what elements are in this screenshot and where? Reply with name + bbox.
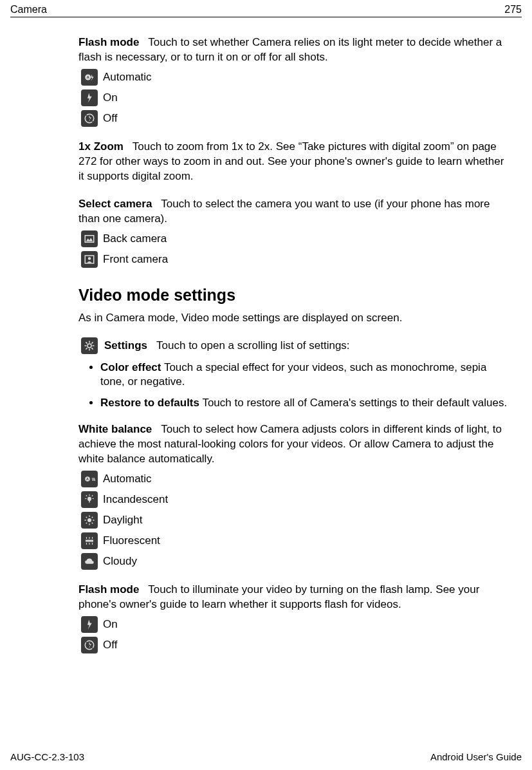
option-row: Off — [81, 637, 509, 653]
wb-daylight-label: Daylight — [103, 514, 142, 527]
back-camera-icon — [81, 230, 98, 247]
settings-desc: Touch to open a scrolling list of settin… — [156, 339, 350, 352]
option-row: Front camera — [81, 251, 509, 268]
header-chapter: Camera — [10, 4, 47, 15]
option-row: Fluorescent — [81, 532, 509, 549]
wb-daylight-icon — [81, 512, 98, 529]
front-camera-label: Front camera — [103, 253, 168, 266]
svg-text:A: A — [86, 477, 89, 481]
svg-line-13 — [91, 348, 93, 349]
footer-doc-id: AUG-CC-2.3-103 — [10, 751, 84, 762]
settings-label: Settings — [104, 339, 147, 352]
select-camera-term: Select camera — [78, 198, 152, 210]
option-row: On — [81, 89, 509, 106]
option-row: On — [81, 616, 509, 633]
flash-mode-video-section: Flash mode Touch to illuminate your vide… — [78, 583, 509, 653]
header-page-number: 275 — [504, 4, 522, 15]
svg-line-14 — [86, 348, 87, 349]
flash-mode-video-desc: Touch to illuminate your video by turnin… — [78, 583, 479, 610]
svg-line-30 — [92, 523, 93, 524]
svg-line-22 — [86, 495, 87, 496]
flash-mode-term: Flash mode — [78, 36, 139, 48]
settings-icon — [81, 337, 98, 354]
back-camera-label: Back camera — [103, 232, 167, 245]
svg-rect-33 — [86, 540, 93, 542]
select-camera-section: Select camera Touch to select the camera… — [78, 197, 509, 268]
flash-mode-section: Flash mode Touch to set whether Camera r… — [78, 35, 509, 127]
flash-mode-video-term: Flash mode — [78, 583, 139, 596]
option-row: Off — [81, 110, 509, 127]
option-row: Daylight — [81, 512, 509, 529]
page-content: Flash mode Touch to set whether Camera r… — [78, 35, 509, 653]
option-row: AW Automatic — [81, 471, 509, 487]
list-item: Restore to defaults Touch to restore all… — [100, 396, 509, 411]
wb-auto-label: Automatic — [103, 473, 152, 485]
flash-mode-desc: Touch to set whether Camera relies on it… — [78, 36, 502, 63]
svg-line-32 — [92, 517, 93, 518]
flash-on-icon — [81, 89, 98, 106]
svg-line-23 — [92, 495, 93, 496]
zoom-desc: Touch to zoom from 1x to 2x. See “Take p… — [78, 140, 504, 182]
wb-fluorescent-icon — [81, 532, 98, 549]
video-mode-intro: As in Camera mode, Video mode settings a… — [78, 311, 509, 326]
restore-defaults-term: Restore to defaults — [100, 397, 199, 409]
option-row: Cloudy — [81, 553, 509, 570]
svg-point-24 — [87, 518, 91, 522]
white-balance-section: White balance Touch to select how Camera… — [78, 422, 509, 570]
flash-on-icon — [81, 616, 98, 633]
header-divider — [10, 17, 522, 17]
flash-auto-label: Automatic — [103, 71, 152, 84]
restore-defaults-desc: Touch to restore all of Camera's setting… — [202, 397, 507, 409]
svg-text:W: W — [92, 477, 95, 482]
flash-off-icon — [81, 110, 98, 127]
settings-bullets: Color effect Touch a special effect for … — [78, 361, 509, 411]
zoom-section: 1x Zoom Touch to zoom from 1x to 2x. See… — [78, 140, 509, 184]
zoom-term: 1x Zoom — [78, 140, 124, 153]
svg-line-12 — [86, 342, 87, 343]
flash-off-video-label: Off — [103, 639, 117, 652]
svg-line-31 — [86, 523, 87, 524]
option-row: A Automatic — [81, 69, 509, 86]
wb-fluorescent-label: Fluorescent — [103, 534, 160, 547]
flash-on-label: On — [103, 91, 118, 104]
settings-row: Settings Touch to open a scrolling list … — [81, 337, 509, 354]
wb-incandescent-icon — [81, 491, 98, 508]
flash-off-label: Off — [103, 112, 117, 125]
color-effect-term: Color effect — [100, 361, 161, 373]
front-camera-icon — [81, 251, 98, 268]
video-mode-heading: Video mode settings — [78, 286, 509, 305]
white-balance-term: White balance — [78, 423, 152, 435]
option-row: Back camera — [81, 230, 509, 247]
wb-cloudy-icon — [81, 553, 98, 570]
list-item: Color effect Touch a special effect for … — [100, 361, 509, 390]
svg-line-15 — [91, 342, 93, 343]
flash-auto-icon: A — [81, 69, 98, 86]
wb-incandescent-label: Incandescent — [103, 493, 168, 506]
svg-point-7 — [87, 344, 91, 348]
wb-auto-icon: AW — [81, 471, 98, 487]
footer-guide-title: Android User's Guide — [430, 751, 522, 762]
flash-on-video-label: On — [103, 618, 118, 631]
flash-off-icon — [81, 637, 98, 653]
wb-cloudy-label: Cloudy — [103, 555, 137, 568]
svg-line-29 — [86, 517, 87, 518]
svg-point-6 — [88, 257, 91, 260]
option-row: Incandescent — [81, 491, 509, 508]
svg-text:A: A — [87, 75, 90, 79]
